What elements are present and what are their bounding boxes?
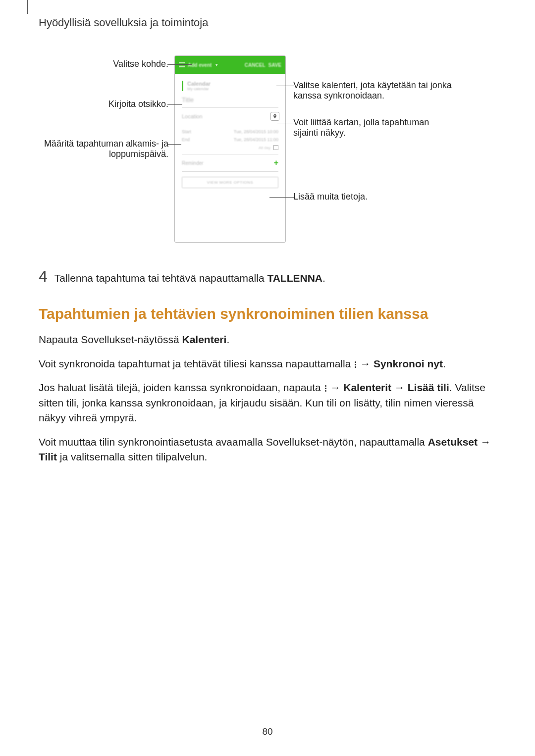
view-more-button: VIEW MORE OPTIONS [182, 177, 278, 188]
phone-diagram: Add event ▼ CANCEL SAVE Calendar My cale… [0, 55, 535, 244]
topbar-add-label: Add event [188, 62, 212, 68]
paragraph-4: Voit muuttaa tilin synkronointiasetusta … [39, 435, 496, 465]
callout-target: Valitse kohde. [40, 59, 168, 69]
location-pin-icon [270, 112, 279, 121]
more-options-icon [355, 361, 356, 368]
phone-frame: Add event ▼ CANCEL SAVE Calendar My cale… [174, 55, 286, 243]
chapter-title: Hyödyllisiä sovelluksia ja toimintoja [39, 16, 208, 29]
topbar-save: SAVE [268, 62, 282, 68]
start-row: Start Tue, 28/04/2015 10:00 [182, 129, 278, 134]
page-number: 80 [0, 726, 535, 737]
leader-line [167, 144, 181, 145]
step-4: 4 Tallenna tapahtuma tai tehtävä napautt… [39, 267, 496, 286]
paragraph-1: Napauta Sovellukset-näytössä Kalenteri. [39, 332, 496, 347]
divider [182, 171, 278, 172]
more-options-icon [325, 385, 326, 392]
plus-icon: + [274, 158, 278, 167]
leader-line [276, 86, 294, 86]
callout-calendar: Valitse kalenteri, jota käytetään tai jo… [293, 80, 457, 101]
allday-row: All day [182, 145, 278, 150]
start-value: Tue, 28/04/2015 10:00 [234, 129, 278, 134]
leader-line [167, 104, 182, 105]
body-content: 4 Tallenna tapahtuma tai tehtävä napautt… [39, 267, 496, 474]
menu-icon [179, 62, 185, 67]
allday-label: All day [259, 146, 270, 150]
callout-more: Lisää muita tietoja. [293, 192, 432, 202]
leader-line [167, 64, 192, 65]
end-label: End [182, 137, 190, 142]
section-heading: Tapahtumien ja tehtävien synkronoiminen … [39, 305, 496, 322]
paragraph-2: Voit synkronoida tapahtumat ja tehtävät … [39, 356, 496, 371]
end-row: End Tue, 28/04/2015 11:00 [182, 137, 278, 142]
title-input: Title [182, 96, 278, 103]
divider [182, 125, 278, 125]
callout-location: Voit liittää kartan, jolla tapahtuman si… [293, 117, 442, 138]
divider [182, 107, 278, 108]
end-value: Tue, 28/04/2015 11:00 [234, 137, 278, 142]
start-label: Start [182, 129, 191, 134]
location-label: Location [182, 113, 203, 119]
step-number: 4 [39, 267, 48, 286]
phone-topbar: Add event ▼ CANCEL SAVE [175, 56, 285, 74]
divider [182, 154, 278, 154]
leader-line [277, 123, 294, 123]
allday-checkbox [273, 145, 278, 150]
paragraph-3: Jos haluat lisätä tilejä, joiden kanssa … [39, 380, 496, 425]
callout-title: Kirjoita otsikko. [40, 99, 168, 109]
callout-dates: Määritä tapahtuman alkamis- ja loppumisp… [40, 139, 168, 159]
calendar-sub: My calendar [187, 87, 281, 91]
step-text: Tallenna tapahtuma tai tehtävä napauttam… [54, 271, 325, 286]
calendar-name: Calendar [187, 81, 281, 87]
leader-line [269, 197, 294, 198]
page-tab-marker [21, 0, 28, 14]
location-row: Location [182, 112, 279, 121]
reminder-row: Reminder + [182, 158, 278, 167]
reminder-label: Reminder [182, 160, 203, 166]
topbar-cancel: CANCEL [245, 62, 266, 68]
calendar-selector: Calendar My calendar [182, 81, 281, 91]
chevron-down-icon: ▼ [214, 63, 218, 67]
